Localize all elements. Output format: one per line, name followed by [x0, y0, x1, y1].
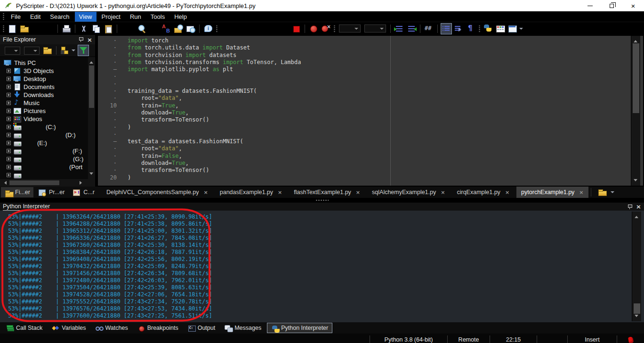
horizontal-splitter[interactable] — [0, 198, 644, 203]
code-line[interactable]: · transform=ToTensor() — [98, 167, 643, 174]
tab-close-icon[interactable] — [505, 190, 509, 195]
editor-tab-flashtextexample1-py[interactable]: flashTextExample1.py — [289, 187, 365, 198]
expand-plus-icon[interactable] — [7, 109, 11, 113]
code-line[interactable]: · root="data", — [98, 145, 643, 152]
explorer-tab-c-r[interactable]: C...r — [69, 187, 98, 197]
scroll-down-icon[interactable] — [89, 172, 93, 177]
tab-close-icon[interactable] — [441, 190, 445, 195]
expand-plus-icon[interactable] — [7, 165, 11, 169]
code-list-button[interactable] — [441, 23, 452, 34]
syntax-combobox[interactable] — [339, 24, 361, 33]
tab-close-icon[interactable] — [356, 190, 360, 195]
tree-horizontal-scrollbar[interactable] — [0, 179, 95, 187]
stop-execution-button[interactable] — [290, 23, 302, 34]
editor-tab-pandasexample1-py[interactable]: pandasExample1.py — [215, 187, 287, 198]
code-line[interactable]: ·from torch.utils.data import Dataset — [98, 44, 643, 51]
new-file-button[interactable] — [7, 23, 18, 34]
toolbar-grip[interactable] — [216, 25, 218, 33]
tree-item-desktop[interactable]: Desktop — [0, 75, 95, 83]
panel-close-icon[interactable]: × — [87, 37, 92, 43]
cut-button[interactable] — [78, 23, 89, 34]
code-line[interactable]: · — [98, 131, 643, 138]
code-line[interactable]: 10 train=True, — [98, 102, 643, 109]
menu-file[interactable]: File — [7, 12, 25, 22]
code-editor[interactable]: ·import torch·from torch.utils.data impo… — [97, 35, 644, 187]
tree-item-port[interactable]: (Port — [0, 163, 95, 171]
dropdown-arrow-icon[interactable] — [611, 191, 614, 195]
tree-item-videos[interactable]: Videos — [0, 115, 95, 123]
clear-breakpoints-button[interactable] — [320, 23, 331, 34]
print-button[interactable] — [61, 23, 72, 34]
expand-plus-icon[interactable] — [7, 101, 11, 105]
expand-plus-icon[interactable] — [7, 85, 11, 89]
code-line[interactable]: ·) — [98, 124, 643, 131]
expand-plus-icon[interactable] — [7, 93, 11, 97]
info-button[interactable] — [202, 23, 214, 34]
scroll-up-icon[interactable] — [635, 214, 638, 218]
panel-tab-breakpoints[interactable]: Breakpoints — [134, 323, 182, 333]
scroll-up-icon[interactable] — [634, 38, 637, 42]
tree-item-c[interactable]: (C:) — [0, 123, 95, 131]
expand-plus-icon[interactable] — [7, 149, 11, 153]
dropdown-arrow-icon[interactable] — [519, 28, 523, 32]
tab-close-icon[interactable] — [204, 190, 208, 195]
tree-item-e[interactable]: (E:) — [0, 139, 95, 147]
scroll-thumb[interactable] — [633, 43, 639, 113]
breakpoint-button[interactable] — [308, 23, 319, 34]
restore-button[interactable] — [601, 0, 622, 11]
indent-button[interactable] — [394, 23, 405, 34]
tree-item-documents[interactable]: Documents — [0, 83, 95, 91]
path-combobox[interactable] — [24, 47, 40, 55]
code-line[interactable]: 20) — [98, 174, 643, 181]
code-line[interactable]: ·training_data = datasets.FashionMNIST( — [98, 88, 643, 95]
scroll-thumb[interactable] — [634, 303, 640, 314]
menu-help[interactable]: Help — [170, 12, 191, 22]
panel-tab-python-interpreter[interactable]: Python Interpreter — [267, 323, 332, 333]
panel-close-icon[interactable]: × — [636, 204, 641, 210]
code-line[interactable]: · — [98, 81, 643, 88]
panel-tab-variables[interactable]: Variables — [48, 323, 89, 333]
code-line[interactable]: · train=False, — [98, 153, 643, 160]
code-line[interactable]: · download=True, — [98, 109, 643, 116]
expand-plus-icon[interactable] — [7, 69, 11, 73]
tree-item-this-pc[interactable]: This PC — [0, 59, 95, 67]
splitter-handle[interactable] — [315, 199, 329, 201]
code-line[interactable]: –test_data = datasets.FashionMNIST( — [98, 138, 643, 145]
editor-vertical-scrollbar[interactable] — [631, 36, 640, 186]
code-line[interactable]: · download=True, — [98, 160, 643, 167]
tab-close-icon[interactable] — [579, 190, 583, 195]
dropdown-arrow-icon[interactable] — [72, 49, 75, 53]
paste-button[interactable] — [103, 23, 114, 34]
menu-tools[interactable]: Tools — [146, 12, 169, 22]
scroll-thumb[interactable] — [89, 65, 94, 108]
pilcrow-button[interactable] — [465, 23, 476, 34]
expand-plus-icon[interactable] — [7, 173, 11, 177]
python-engine-button[interactable] — [483, 23, 494, 34]
panel-tab-output[interactable]: Output — [184, 323, 219, 333]
scroll-left-icon[interactable] — [2, 181, 7, 185]
scroll-down-icon[interactable] — [635, 315, 638, 319]
pin-icon[interactable] — [628, 204, 632, 210]
code-line[interactable]: ·from torchvision.transforms import ToTe… — [98, 59, 643, 66]
tree-item-f[interactable]: (F:) — [0, 147, 95, 155]
code-line[interactable]: · root="data", — [98, 95, 643, 102]
interpreter-output[interactable]: 53%|#####2 | 13963264/26421880 [27:41<25… — [0, 211, 644, 322]
outdent-button[interactable] — [406, 23, 417, 34]
toolbar-grip[interactable] — [2, 25, 5, 33]
open-folder-button[interactable] — [42, 45, 53, 56]
tree-item-3d-objects[interactable]: 3D Objects — [0, 67, 95, 75]
panel-tab-messages[interactable]: Messages — [221, 323, 265, 333]
panel-tab-watches[interactable]: Watches — [91, 323, 131, 333]
editor-tab-delphivcl-componentssample-py[interactable]: DelphiVCL_ComponentsSample.py — [102, 187, 213, 198]
tree-item-g[interactable]: (G:) — [0, 155, 95, 163]
interpreter-vertical-scrollbar[interactable] — [632, 212, 641, 321]
menu-edit[interactable]: Edit — [26, 12, 45, 22]
find-replace-button[interactable] — [161, 23, 172, 34]
line-numbers-button[interactable] — [423, 23, 435, 34]
panel-tab-call-stack[interactable]: Call Stack — [2, 323, 46, 333]
expand-plus-icon[interactable] — [7, 133, 11, 137]
todo-table-button[interactable] — [495, 23, 506, 34]
menu-project[interactable]: Project — [97, 12, 125, 22]
minimize-button[interactable] — [579, 0, 601, 11]
expand-plus-icon[interactable] — [7, 157, 11, 161]
